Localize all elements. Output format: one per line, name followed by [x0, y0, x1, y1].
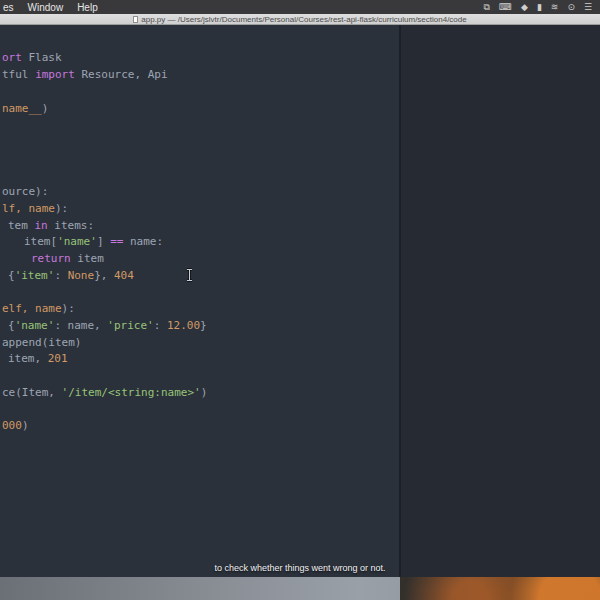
code-line[interactable]: elf, name):	[2, 302, 75, 315]
code-token: 201	[48, 352, 68, 365]
code-line[interactable]: item, 201	[8, 352, 68, 365]
desktop-background	[0, 577, 600, 600]
code-token: Resource, Api	[75, 68, 168, 81]
code-token: item,	[8, 352, 48, 365]
code-line[interactable]: 000)	[2, 419, 29, 432]
code-token: 12.00	[167, 319, 200, 332]
code-token: : name,	[54, 319, 107, 332]
code-token: ce(Item,	[2, 386, 62, 399]
code-line[interactable]: item['name'] == name:	[24, 235, 163, 248]
document-icon	[133, 16, 138, 23]
code-line[interactable]: tem in items:	[8, 219, 94, 232]
code-token: 'name'	[15, 319, 55, 332]
subtitle-caption: to check whether things went wrong or no…	[0, 563, 600, 573]
desktop-wallpaper-fragment	[400, 577, 600, 600]
code-token: }	[200, 319, 207, 332]
code-token: {	[8, 319, 15, 332]
notification-icon[interactable]: ☰	[584, 0, 592, 14]
code-token: in	[35, 219, 48, 232]
code-line[interactable]: name__)	[2, 102, 48, 115]
spotlight-icon[interactable]: ⊙	[567, 0, 575, 14]
window-title-bar[interactable]: app.py — /Users/jslvtr/Documents/Persona…	[0, 14, 600, 25]
code-token: :	[54, 269, 67, 282]
menu-item-window[interactable]: Window	[28, 2, 64, 13]
code-line[interactable]: append(item)	[2, 336, 81, 349]
code-line[interactable]: ce(Item, '/item/<string:name>')	[2, 386, 207, 399]
code-token: :	[154, 319, 167, 332]
code-token: name:	[123, 235, 163, 248]
code-token: ]	[97, 235, 110, 248]
code-token: append(item)	[2, 336, 81, 349]
code-editor[interactable]: ort Flasktful import Resource, Apiname__…	[0, 25, 600, 577]
code-token: item[	[24, 235, 57, 248]
code-token: Flask	[22, 51, 62, 64]
code-line[interactable]: return item	[31, 252, 104, 265]
code-token: 'price'	[107, 319, 153, 332]
display-icon[interactable]: ⧉	[484, 0, 490, 14]
window-title: app.py — /Users/jslvtr/Documents/Persona…	[141, 15, 466, 24]
menu-items: esWindowHelp	[0, 2, 98, 13]
code-token: ):	[55, 202, 68, 215]
code-token: )	[22, 419, 29, 432]
code-token: ):	[62, 302, 75, 315]
code-token: 'name'	[57, 235, 97, 248]
keyboard-icon[interactable]: ⌨	[499, 0, 512, 14]
code-token: item	[71, 252, 104, 265]
code-token: ource):	[2, 185, 48, 198]
code-token: None	[68, 269, 95, 282]
code-token: 'item'	[15, 269, 55, 282]
code-token: 404	[114, 269, 134, 282]
code-token: 000	[2, 419, 22, 432]
battery-icon[interactable]: ▮	[537, 0, 542, 14]
code-token: )	[42, 102, 49, 115]
dropbox-icon[interactable]: ◆	[521, 0, 528, 14]
code-line[interactable]: {'item': None}, 404	[8, 269, 134, 282]
code-line[interactable]: {'name': name, 'price': 12.00}	[8, 319, 207, 332]
text-cursor-icon	[185, 268, 194, 286]
code-line[interactable]: tful import Resource, Api	[2, 68, 168, 81]
code-token: ort	[2, 51, 22, 64]
menu-item-es[interactable]: es	[3, 2, 14, 13]
code-token: },	[94, 269, 114, 282]
code-token: elf, name	[2, 302, 62, 315]
code-line[interactable]: ort Flask	[2, 51, 62, 64]
editor-right-pane[interactable]	[400, 25, 600, 577]
code-token: import	[35, 68, 75, 81]
code-token: lf, name	[2, 202, 55, 215]
code-token: ==	[110, 235, 123, 248]
code-token: name__	[2, 102, 42, 115]
code-line[interactable]: ource):	[2, 185, 48, 198]
code-token: tem	[8, 219, 35, 232]
code-token: '/item/<string:name>'	[62, 386, 201, 399]
code-token: )	[201, 386, 208, 399]
wifi-icon[interactable]: ≋	[551, 0, 559, 14]
code-token: tful	[2, 68, 35, 81]
code-line[interactable]: lf, name):	[2, 202, 68, 215]
menu-item-help[interactable]: Help	[77, 2, 98, 13]
pane-divider[interactable]	[399, 25, 401, 577]
code-token: items:	[48, 219, 94, 232]
code-token: {	[8, 269, 15, 282]
menu-bar: esWindowHelp ⧉⌨◆▮≋⊙☰	[0, 0, 600, 14]
code-token: return	[31, 252, 71, 265]
status-icons: ⧉⌨◆▮≋⊙☰	[484, 0, 600, 14]
